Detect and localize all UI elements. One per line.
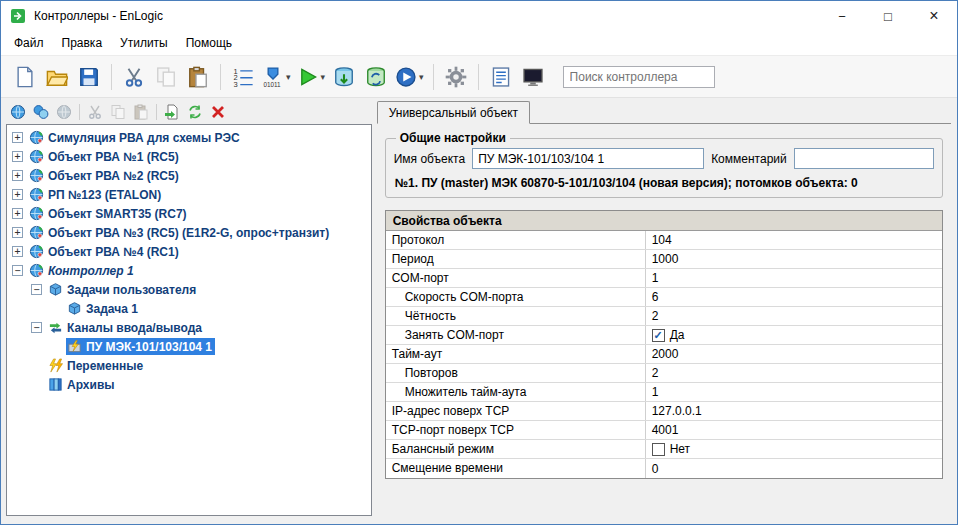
tree-node[interactable]: Объект РВА №3 (RC5) (E1R2-G, опрос+транз… <box>28 224 332 241</box>
tree-node[interactable]: Архивы <box>47 376 118 393</box>
expand-toggle-icon[interactable]: + <box>12 132 23 143</box>
tree-item[interactable]: −Задачи пользователя <box>7 280 371 299</box>
property-value[interactable]: 4001 <box>646 421 942 439</box>
tree-item[interactable]: Архивы <box>7 375 371 394</box>
filter-binary-button[interactable]: 01011▾ <box>259 61 294 93</box>
copy-node-button[interactable] <box>107 101 129 123</box>
expand-toggle-icon[interactable]: + <box>12 246 23 257</box>
tree-node[interactable]: Каналы ввода/вывода <box>47 319 205 336</box>
controller-search-input[interactable] <box>563 66 715 88</box>
tab-universal-object[interactable]: Универсальный объект <box>377 101 530 124</box>
screenshot-button[interactable] <box>517 61 549 93</box>
tree-node[interactable]: Объект РВА №4 (RC1) <box>28 243 182 260</box>
property-value[interactable]: 0 <box>646 459 942 478</box>
property-value[interactable]: 2000 <box>646 345 942 363</box>
tree-item[interactable]: +Объект РВА №4 (RC1) <box>7 242 371 261</box>
db-save-button[interactable] <box>328 61 360 93</box>
settings-button[interactable] <box>440 61 472 93</box>
tree-node[interactable]: ПУ МЭК-101/103/104 1 <box>66 338 215 355</box>
tree-item[interactable]: Переменные <box>7 356 371 375</box>
numbered-list-button[interactable]: 123 <box>227 61 259 93</box>
menu-item[interactable]: Утилиты <box>111 33 177 53</box>
property-value[interactable]: 104 <box>646 231 942 249</box>
tree-node[interactable]: Задачи пользователя <box>47 281 199 298</box>
property-value[interactable]: 2 <box>646 364 942 382</box>
property-value[interactable]: 2 <box>646 307 942 325</box>
new-file-button[interactable] <box>9 61 41 93</box>
tree-node[interactable]: Объект РВА №2 (RC5) <box>28 167 182 184</box>
paste-button[interactable] <box>182 61 214 93</box>
tree-node[interactable]: РП №123 (ETALON) <box>28 186 164 203</box>
close-button[interactable]: × <box>911 1 957 31</box>
db-sync-button[interactable] <box>360 61 392 93</box>
expand-toggle-icon[interactable]: + <box>12 170 23 181</box>
app-window: Контроллеры - EnLogic − □ × ФайлПравкаУт… <box>0 0 958 525</box>
cut-node-button[interactable] <box>84 101 106 123</box>
tree-node[interactable]: Объект РВА №1 (RC5) <box>28 148 182 165</box>
menu-item[interactable]: Помощь <box>177 33 241 53</box>
tree-item[interactable]: +Объект РВА №3 (RC5) (E1R2-G, опрос+тран… <box>7 223 371 242</box>
copy-button[interactable] <box>150 61 182 93</box>
toolbar-separator <box>220 64 221 90</box>
property-value[interactable]: 127.0.0.1 <box>646 402 942 420</box>
expand-toggle-icon[interactable]: + <box>12 227 23 238</box>
dropdown-caret-icon[interactable]: ▾ <box>419 72 424 82</box>
expand-toggle-icon[interactable]: + <box>12 208 23 219</box>
tree-node[interactable]: Симуляция РВА для схемы РЭС <box>28 129 243 146</box>
tree-node[interactable]: Объект SMART35 (RC7) <box>28 205 190 222</box>
report-button[interactable] <box>485 61 517 93</box>
property-value[interactable]: Нет <box>646 440 942 458</box>
play-circle-button[interactable]: ▾ <box>392 61 427 93</box>
properties-rows: Протокол104Период1000COM-порт1Скорость C… <box>386 231 942 478</box>
menu-item[interactable]: Правка <box>53 33 112 53</box>
tree-item[interactable]: −Каналы ввода/вывода <box>7 318 371 337</box>
expand-toggle-icon[interactable]: + <box>12 151 23 162</box>
paste-node-icon <box>133 104 149 120</box>
tree-node[interactable]: Контроллер 1 <box>28 262 137 279</box>
cut-button[interactable] <box>118 61 150 93</box>
save-button[interactable] <box>73 61 105 93</box>
dropdown-caret-icon[interactable]: ▾ <box>286 72 291 82</box>
paste-node-button[interactable] <box>130 101 152 123</box>
tree-item[interactable]: ПУ МЭК-101/103/104 1 <box>7 337 371 356</box>
property-value[interactable]: 6 <box>646 288 942 306</box>
property-row: IP-адрес поверх TCP127.0.0.1 <box>386 402 942 421</box>
tree-item[interactable]: +Объект РВА №1 (RC5) <box>7 147 371 166</box>
collapse-toggle-icon[interactable]: − <box>31 322 42 333</box>
save-icon <box>78 66 100 88</box>
collapse-toggle-icon[interactable]: − <box>12 265 23 276</box>
tree-node[interactable]: Задача 1 <box>66 300 141 317</box>
open-button[interactable] <box>41 61 73 93</box>
dropdown-caret-icon[interactable]: ▾ <box>321 72 326 82</box>
tree-item[interactable]: +Объект SMART35 (RC7) <box>7 204 371 223</box>
clone-object-button[interactable] <box>53 101 75 123</box>
import-node-button[interactable] <box>161 101 183 123</box>
copy-node-icon <box>110 104 126 120</box>
expand-toggle-icon[interactable]: + <box>12 189 23 200</box>
object-name-input[interactable] <box>472 148 704 169</box>
run-button[interactable]: ▾ <box>294 61 329 93</box>
checkbox-checked-icon[interactable]: ✓ <box>652 329 665 342</box>
tree-item-label: Объект РВА №4 (RC1) <box>48 245 179 259</box>
property-value[interactable]: 1 <box>646 383 942 401</box>
tree-item[interactable]: +Симуляция РВА для схемы РЭС <box>7 128 371 147</box>
add-object-button[interactable] <box>7 101 29 123</box>
tree-item[interactable]: Задача 1 <box>7 299 371 318</box>
comment-input[interactable] <box>794 148 934 169</box>
add-child-object-button[interactable] <box>30 101 52 123</box>
property-value[interactable]: 1 <box>646 269 942 287</box>
minimize-button[interactable]: − <box>819 1 865 31</box>
property-value[interactable]: ✓Да <box>646 326 942 344</box>
tree-item[interactable]: +Объект РВА №2 (RC5) <box>7 166 371 185</box>
property-row: Скорость COM-порта6 <box>386 288 942 307</box>
tree-node[interactable]: Переменные <box>47 357 146 374</box>
refresh-node-button[interactable] <box>184 101 206 123</box>
property-value[interactable]: 1000 <box>646 250 942 268</box>
tree-item[interactable]: −Контроллер 1 <box>7 261 371 280</box>
delete-node-button[interactable] <box>207 101 229 123</box>
maximize-button[interactable]: □ <box>865 1 911 31</box>
collapse-toggle-icon[interactable]: − <box>31 284 42 295</box>
menu-item[interactable]: Файл <box>5 33 53 53</box>
tree-item[interactable]: +РП №123 (ETALON) <box>7 185 371 204</box>
checkbox-unchecked-icon[interactable] <box>652 443 665 456</box>
